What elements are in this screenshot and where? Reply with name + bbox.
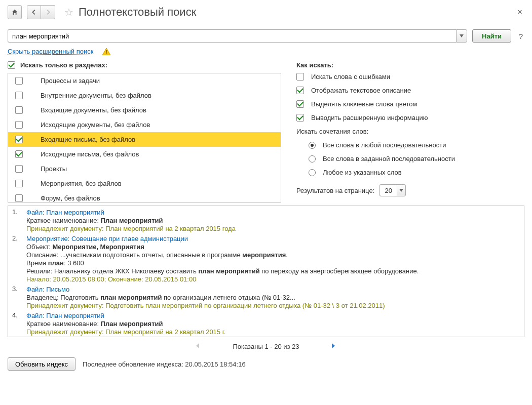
page-prev-button[interactable] <box>194 342 202 350</box>
radio-label: Все слова в любой последовательности <box>323 141 446 149</box>
pager: Показаны 1 - 20 из 23 <box>8 342 524 350</box>
section-row[interactable]: Форум, без файлов <box>8 191 281 202</box>
radio-button[interactable] <box>309 155 316 163</box>
page-next-button[interactable] <box>330 342 338 350</box>
section-checkbox[interactable] <box>15 92 23 99</box>
search-dropdown-button[interactable] <box>456 29 467 43</box>
section-checkbox[interactable] <box>15 77 23 85</box>
result-title-link[interactable]: Файл: План мероприятий <box>26 209 104 216</box>
warning-icon <box>102 48 110 55</box>
section-row[interactable]: Исходящие документы, без файлов <box>8 117 281 132</box>
result-meta: Принадлежит документу: Подготовить план … <box>26 302 521 309</box>
pager-status: Показаны 1 - 20 из 23 <box>233 343 299 350</box>
section-row[interactable]: Проекты <box>8 161 281 176</box>
result-line: Краткое наименование: План мероприятий <box>26 217 521 224</box>
result-line: Описание: ...участникам подготовить отче… <box>26 251 521 259</box>
option-row: Отображать текстовое описание <box>296 87 514 94</box>
section-row[interactable]: Входящие документы, без файлов <box>8 103 281 117</box>
result-number: 3. <box>11 285 26 310</box>
option-row: Искать слова с ошибками <box>296 73 514 80</box>
section-checkbox[interactable] <box>15 136 23 143</box>
section-label: Входящие письма, без файлов <box>41 136 135 143</box>
section-label: Входящие документы, без файлов <box>41 106 146 114</box>
result-line: Краткое наименование: План мероприятий <box>26 320 521 328</box>
option-label: Выделять ключевые слова цветом <box>311 100 417 108</box>
word-combo-label: Искать сочетания слов: <box>296 128 514 135</box>
result-title-link[interactable]: Файл: Письмо <box>26 286 69 293</box>
page-title: Полнотекстовый поиск <box>79 6 196 19</box>
per-page-dropdown-button[interactable] <box>397 184 406 196</box>
result-line: Владелец: Подготовить план мероприятий п… <box>26 294 521 301</box>
section-row[interactable]: Процессы и задачи <box>8 73 281 88</box>
how-search-label: Как искать: <box>296 61 514 69</box>
favorite-star-icon[interactable]: ☆ <box>64 6 73 18</box>
section-label: Исходящие письма, без файлов <box>41 150 139 158</box>
home-button[interactable] <box>8 5 22 19</box>
radio-label: Все слова в заданной последовательности <box>323 155 455 163</box>
option-row: Выводить расширенную информацию <box>296 114 514 122</box>
footer-row: Обновить индекс Последнее обновление инд… <box>8 357 524 371</box>
toolbar: ☆ Полнотекстовый поиск × <box>8 5 524 19</box>
section-label: Внутренние документы, без файлов <box>41 92 151 99</box>
per-page-select[interactable]: 20 <box>379 184 406 196</box>
toggle-advanced-link[interactable]: Скрыть расширенный поиск <box>8 48 93 55</box>
radio-button[interactable] <box>309 169 316 176</box>
result-title-link[interactable]: Мероприятие: Совещание при главе админис… <box>26 235 188 242</box>
find-button[interactable]: Найти <box>472 29 511 43</box>
back-button[interactable] <box>27 5 41 19</box>
section-checkbox[interactable] <box>15 180 23 187</box>
svg-rect-0 <box>106 50 107 53</box>
result-meta: Начало: 20.05.2015 08:00; Окончание: 20.… <box>26 275 521 283</box>
section-checkbox[interactable] <box>15 165 23 173</box>
option-checkbox[interactable] <box>296 114 304 122</box>
section-label: Мероприятия, без файлов <box>41 180 122 187</box>
per-page-label: Результатов на странице: <box>296 187 374 194</box>
result-line: Объект: Мероприятие, Мероприятия <box>26 243 521 251</box>
sections-label: Искать только в разделах: <box>20 61 107 69</box>
section-label: Исходящие документы, без файлов <box>41 121 150 129</box>
section-checkbox[interactable] <box>15 194 23 202</box>
section-checkbox[interactable] <box>15 121 23 129</box>
index-updated-label: Последнее обновление индекса: 20.05.2015… <box>83 360 246 368</box>
result-item: 2.Мероприятие: Совещание при главе админ… <box>11 234 521 284</box>
search-row: Найти ? <box>8 29 524 43</box>
radio-button[interactable] <box>309 142 316 149</box>
result-line: Время план: 3 600 <box>26 259 521 267</box>
section-label: Форум, без файлов <box>41 194 100 202</box>
result-item: 4.Файл: План мероприятийКраткое наименов… <box>11 311 521 336</box>
result-title-link[interactable]: Файл: План мероприятий <box>26 312 104 319</box>
result-item: 3.Файл: ПисьмоВладелец: Подготовить план… <box>11 285 521 310</box>
section-row[interactable]: Мероприятия, без файлов <box>8 176 281 191</box>
update-index-button[interactable]: Обновить индекс <box>8 357 75 371</box>
forward-button[interactable] <box>41 5 55 19</box>
results-list[interactable]: 1.Файл: План мероприятийКраткое наименов… <box>8 206 524 337</box>
option-label: Выводить расширенную информацию <box>311 114 428 122</box>
result-meta: Принадлежит документу: План мероприятий … <box>26 225 521 232</box>
option-checkbox[interactable] <box>296 87 304 94</box>
result-line: Решили: Начальнику отдела ЖКХ Николаеву … <box>26 267 521 275</box>
search-only-sections-checkbox[interactable] <box>8 61 15 69</box>
search-input[interactable] <box>8 29 456 43</box>
sections-label-row: Искать только в разделах: <box>8 61 281 69</box>
section-checkbox[interactable] <box>15 150 23 158</box>
result-number: 1. <box>11 208 26 233</box>
sections-list[interactable]: Процессы и задачиВнутренние документы, б… <box>8 73 281 202</box>
close-button[interactable]: × <box>515 7 524 17</box>
option-row: Выделять ключевые слова цветом <box>296 100 514 108</box>
section-checkbox[interactable] <box>15 106 23 114</box>
per-page-value: 20 <box>379 184 397 196</box>
section-row[interactable]: Исходящие письма, без файлов <box>8 147 281 161</box>
section-row[interactable]: Входящие письма, без файлов <box>8 132 281 147</box>
option-checkbox[interactable] <box>296 73 304 80</box>
option-label: Искать слова с ошибками <box>311 73 390 80</box>
result-number: 4. <box>11 311 26 336</box>
result-item: 1.Файл: План мероприятийКраткое наименов… <box>11 208 521 233</box>
section-row[interactable]: Внутренние документы, без файлов <box>8 88 281 103</box>
option-checkbox[interactable] <box>296 100 304 108</box>
radio-row: Все слова в заданной последовательности <box>309 155 514 163</box>
radio-row: Любое из указанных слов <box>309 169 514 176</box>
radio-row: Все слова в любой последовательности <box>309 141 514 149</box>
help-button[interactable]: ? <box>517 32 524 40</box>
svg-rect-1 <box>106 53 107 54</box>
result-meta: Принадлежит документу: План мероприятий … <box>26 328 521 336</box>
